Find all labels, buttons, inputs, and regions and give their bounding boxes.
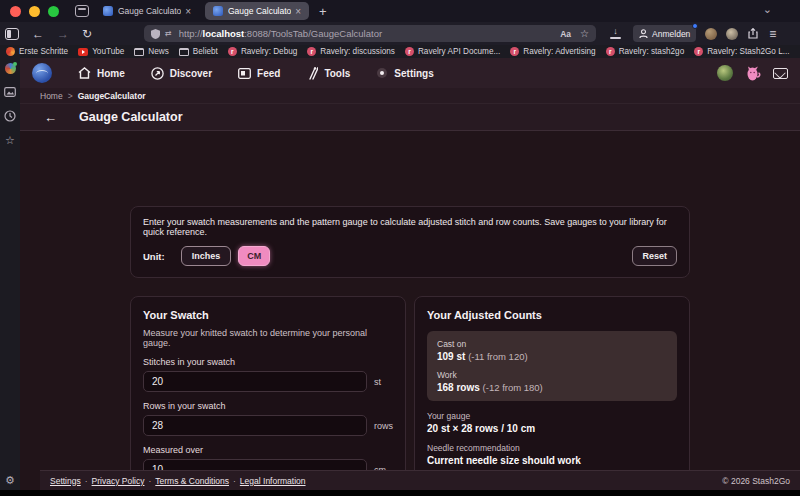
- minimize-window-button[interactable]: [29, 6, 40, 17]
- footer-link-privacy[interactable]: Privacy Policy: [92, 476, 145, 486]
- url-text[interactable]: http://localhost:8088/ToolsTab/GaugeCalc…: [179, 28, 560, 39]
- shield-icon[interactable]: [151, 29, 160, 39]
- tab-overview-icon[interactable]: [75, 5, 89, 17]
- bookmark-item[interactable]: rRavelry: stash2go: [606, 47, 685, 56]
- browser-tab-active[interactable]: Gauge Calculator ×: [205, 2, 309, 20]
- footer-separator: ·: [148, 476, 151, 486]
- discover-icon: [151, 67, 164, 80]
- window-controls[interactable]: [10, 6, 59, 17]
- work-delta: (-12 from 180): [483, 382, 543, 393]
- ravelry-icon: r: [606, 47, 615, 56]
- page-footer: Settings · Privacy Policy · Terms & Cond…: [40, 470, 800, 490]
- page-title-bar: ← Gauge Calculator: [20, 104, 800, 131]
- bookmark-item[interactable]: rRavelry: Stash2Go L...: [694, 47, 789, 56]
- field-label: Rows in your swatch: [143, 401, 393, 411]
- bookmark-item[interactable]: rRavelry: Debug: [228, 47, 297, 56]
- adjusted-results-box: Cast on 109 st (-11 from 120) Work 168 r…: [427, 331, 677, 401]
- unit-label: Unit:: [143, 251, 165, 262]
- field-label: Measured over: [143, 445, 393, 455]
- yarn-cat-icon[interactable]: [745, 65, 761, 82]
- new-tab-button[interactable]: +: [319, 4, 327, 19]
- forward-button[interactable]: →: [57, 28, 69, 40]
- url-host: localhost: [203, 28, 245, 39]
- menu-icon[interactable]: ≡: [769, 27, 776, 41]
- rows-input[interactable]: [143, 415, 367, 436]
- app-logo[interactable]: [32, 63, 52, 83]
- history-clock-icon[interactable]: [4, 110, 16, 122]
- bookmark-item[interactable]: YouTube: [78, 47, 124, 56]
- your-swatch-card: Your Swatch Measure your knitted swatch …: [130, 296, 406, 470]
- card-title: Your Adjusted Counts: [427, 309, 677, 321]
- tab-favicon: [103, 6, 113, 16]
- bookmark-item[interactable]: rRavelry: Advertising: [510, 47, 595, 56]
- breadcrumb-separator: >: [68, 91, 73, 101]
- close-tab-icon[interactable]: ×: [185, 6, 191, 17]
- cast-on-value: 109 st (-11 from 120): [437, 351, 667, 362]
- footer-link-terms[interactable]: Terms & Conditions: [155, 476, 229, 486]
- nav-label: Home: [97, 68, 125, 79]
- translate-icon[interactable]: Aa: [560, 29, 571, 39]
- page-content: Enter your swatch measurements and the p…: [20, 189, 800, 470]
- downloads-icon[interactable]: ↓: [610, 28, 621, 39]
- card-subtitle: Measure your knitted swatch to determine…: [143, 328, 393, 348]
- back-arrow-icon[interactable]: ←: [44, 110, 57, 125]
- cast-on-label: Cast on: [437, 339, 667, 349]
- extension-icon[interactable]: [726, 28, 738, 40]
- unit-cm-button[interactable]: CM: [238, 246, 270, 266]
- share-icon[interactable]: [748, 28, 758, 39]
- reset-button[interactable]: Reset: [632, 246, 677, 266]
- footer-link-legal[interactable]: Legal Information: [240, 476, 306, 486]
- close-window-button[interactable]: [10, 6, 21, 17]
- browser-tab-inactive[interactable]: Gauge Calculator ×: [95, 0, 199, 22]
- footer-separator: ·: [85, 476, 88, 486]
- stitches-input[interactable]: [143, 371, 367, 392]
- extension-icon[interactable]: [705, 28, 717, 40]
- list-tabs-chevron-icon[interactable]: ⌄: [763, 3, 772, 16]
- nav-item-settings[interactable]: Settings: [376, 67, 433, 79]
- nav-label: Feed: [257, 68, 280, 79]
- app-nav-bar: Home Discover Feed Tools Settings: [20, 58, 800, 88]
- user-avatar[interactable]: [717, 65, 733, 81]
- unit-inches-button[interactable]: Inches: [181, 246, 232, 266]
- field-label: Stitches in your swatch: [143, 357, 393, 367]
- browser-side-strip: ☆ ⚙: [0, 58, 20, 496]
- measured-over-input[interactable]: [143, 459, 367, 470]
- bookmarks-star-icon[interactable]: ☆: [5, 135, 15, 146]
- bookmark-item[interactable]: Erste Schritte: [6, 47, 68, 56]
- close-tab-icon[interactable]: ×: [295, 6, 301, 17]
- pinned-app-icon[interactable]: [5, 63, 16, 74]
- nav-item-discover[interactable]: Discover: [151, 67, 212, 80]
- nav-item-home[interactable]: Home: [78, 67, 125, 79]
- needle-recommendation-value: Current needle size should work: [427, 455, 677, 466]
- bookmark-star-icon[interactable]: ☆: [580, 28, 589, 39]
- sidebar-toggle-icon[interactable]: [5, 28, 19, 40]
- nav-label: Settings: [394, 68, 433, 79]
- back-button[interactable]: ←: [32, 28, 44, 40]
- your-gauge-label: Your gauge: [427, 411, 677, 421]
- feed-icon: [238, 68, 251, 79]
- image-tab-icon[interactable]: [4, 87, 16, 97]
- unit-suffix: st: [367, 377, 393, 387]
- bookmark-folder[interactable]: Beliebt: [179, 47, 218, 56]
- bookmark-item[interactable]: rRavelry: discussions: [307, 47, 395, 56]
- sign-in-button[interactable]: Anmelden: [633, 25, 696, 42]
- nav-item-tools[interactable]: Tools: [306, 67, 350, 80]
- card-title: Your Swatch: [143, 309, 393, 321]
- bookmark-item[interactable]: rRavelry API Docume...: [405, 47, 500, 56]
- ravelry-icon: r: [694, 47, 703, 56]
- reload-button[interactable]: ↻: [82, 28, 92, 40]
- zoom-window-button[interactable]: [48, 6, 59, 17]
- footer-link-settings[interactable]: Settings: [50, 476, 81, 486]
- adjusted-counts-card: Your Adjusted Counts Cast on 109 st (-11…: [414, 296, 690, 470]
- bookmark-folder[interactable]: News: [134, 47, 168, 56]
- nav-item-feed[interactable]: Feed: [238, 68, 280, 79]
- bookmark-favicon: [6, 47, 15, 56]
- nav-label: Tools: [324, 68, 350, 79]
- browser-toolbar: ← → ↻ ⇄ http://localhost:8088/ToolsTab/G…: [0, 22, 800, 45]
- breadcrumb-home-link[interactable]: Home: [40, 91, 63, 101]
- sidebar-settings-gear-icon[interactable]: ⚙: [0, 474, 20, 487]
- mail-icon[interactable]: [773, 68, 788, 79]
- knitting-needles-icon: [306, 67, 318, 80]
- address-bar[interactable]: ⇄ http://localhost:8088/ToolsTab/GaugeCa…: [144, 25, 596, 42]
- permissions-icon[interactable]: ⇄: [165, 29, 172, 38]
